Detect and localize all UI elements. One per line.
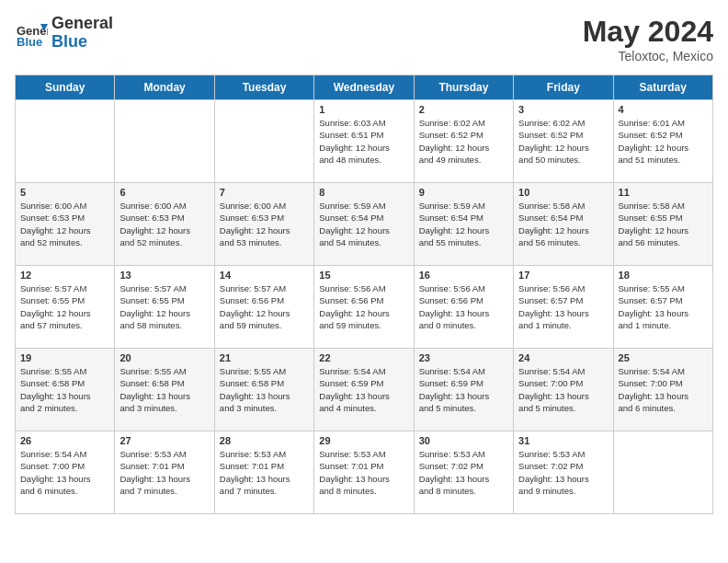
day-detail: Sunrise: 5:56 AM Sunset: 6:56 PM Dayligh… [319, 282, 408, 331]
day-detail: Sunrise: 5:58 AM Sunset: 6:54 PM Dayligh… [518, 200, 608, 248]
title-block: May 2024 Teloxtoc, Mexico [583, 15, 713, 63]
day-number: 13 [119, 270, 209, 281]
day-detail: Sunrise: 5:54 AM Sunset: 7:00 PM Dayligh… [619, 365, 708, 414]
calendar-cell: 30Sunrise: 5:53 AM Sunset: 7:02 PM Dayli… [414, 431, 513, 514]
day-number: 24 [518, 352, 608, 363]
calendar-cell: 11Sunrise: 5:58 AM Sunset: 6:55 PM Dayli… [613, 183, 712, 266]
calendar-header-row: SundayMondayTuesdayWednesdayThursdayFrid… [16, 75, 713, 100]
day-number: 18 [619, 270, 708, 281]
calendar-cell: 31Sunrise: 5:53 AM Sunset: 7:02 PM Dayli… [514, 431, 613, 514]
day-number: 30 [419, 435, 508, 446]
day-detail: Sunrise: 6:03 AM Sunset: 6:51 PM Dayligh… [319, 117, 408, 166]
day-detail: Sunrise: 6:00 AM Sunset: 6:53 PM Dayligh… [20, 200, 109, 248]
calendar-cell [16, 100, 115, 183]
day-number: 10 [518, 187, 608, 198]
calendar-cell: 19Sunrise: 5:55 AM Sunset: 6:58 PM Dayli… [16, 349, 115, 431]
day-detail: Sunrise: 6:02 AM Sunset: 6:52 PM Dayligh… [518, 117, 608, 166]
calendar-cell: 10Sunrise: 5:58 AM Sunset: 6:54 PM Dayli… [514, 183, 613, 266]
day-detail: Sunrise: 5:53 AM Sunset: 7:02 PM Dayligh… [419, 448, 508, 497]
day-header-thursday: Thursday [414, 75, 513, 100]
day-detail: Sunrise: 5:54 AM Sunset: 6:59 PM Dayligh… [319, 365, 408, 414]
day-number: 4 [619, 104, 708, 115]
calendar-cell: 26Sunrise: 5:54 AM Sunset: 7:00 PM Dayli… [16, 431, 115, 514]
day-detail: Sunrise: 5:57 AM Sunset: 6:56 PM Dayligh… [220, 282, 309, 331]
day-number: 28 [220, 435, 309, 446]
day-number: 16 [419, 270, 508, 281]
day-header-friday: Friday [514, 75, 613, 100]
logo: General Blue General Blue [15, 15, 113, 52]
calendar-table: SundayMondayTuesdayWednesdayThursdayFrid… [15, 75, 713, 514]
day-detail: Sunrise: 5:54 AM Sunset: 6:59 PM Dayligh… [419, 365, 508, 414]
day-detail: Sunrise: 5:58 AM Sunset: 6:55 PM Dayligh… [619, 200, 708, 248]
day-number: 2 [419, 104, 508, 115]
day-header-sunday: Sunday [16, 75, 115, 100]
day-number: 6 [119, 187, 209, 198]
calendar-cell: 17Sunrise: 5:56 AM Sunset: 6:57 PM Dayli… [514, 266, 613, 349]
calendar-cell: 21Sunrise: 5:55 AM Sunset: 6:58 PM Dayli… [214, 349, 313, 431]
location: Teloxtoc, Mexico [583, 49, 713, 63]
day-number: 17 [518, 270, 608, 281]
day-header-monday: Monday [115, 75, 214, 100]
day-detail: Sunrise: 5:59 AM Sunset: 6:54 PM Dayligh… [419, 200, 508, 248]
day-detail: Sunrise: 5:53 AM Sunset: 7:01 PM Dayligh… [119, 448, 209, 497]
calendar-cell: 29Sunrise: 5:53 AM Sunset: 7:01 PM Dayli… [314, 431, 414, 514]
day-detail: Sunrise: 6:00 AM Sunset: 6:53 PM Dayligh… [119, 200, 209, 248]
day-number: 20 [119, 352, 209, 363]
day-header-tuesday: Tuesday [214, 75, 313, 100]
calendar-cell: 7Sunrise: 6:00 AM Sunset: 6:53 PM Daylig… [214, 183, 313, 266]
calendar-cell: 16Sunrise: 5:56 AM Sunset: 6:56 PM Dayli… [414, 266, 513, 349]
day-detail: Sunrise: 5:57 AM Sunset: 6:55 PM Dayligh… [119, 282, 209, 331]
day-detail: Sunrise: 5:53 AM Sunset: 7:02 PM Dayligh… [518, 448, 608, 497]
day-number: 8 [319, 187, 408, 198]
day-header-wednesday: Wednesday [314, 75, 414, 100]
day-number: 21 [220, 352, 309, 363]
calendar-cell [613, 431, 712, 514]
calendar-cell: 12Sunrise: 5:57 AM Sunset: 6:55 PM Dayli… [16, 266, 115, 349]
calendar-cell: 18Sunrise: 5:55 AM Sunset: 6:57 PM Dayli… [613, 266, 712, 349]
calendar-cell [214, 100, 313, 183]
week-row-3: 12Sunrise: 5:57 AM Sunset: 6:55 PM Dayli… [16, 266, 713, 349]
day-detail: Sunrise: 5:53 AM Sunset: 7:01 PM Dayligh… [319, 448, 408, 497]
day-number: 19 [20, 352, 109, 363]
calendar-cell: 15Sunrise: 5:56 AM Sunset: 6:56 PM Dayli… [314, 266, 414, 349]
calendar-cell: 5Sunrise: 6:00 AM Sunset: 6:53 PM Daylig… [16, 183, 115, 266]
day-number: 12 [20, 270, 109, 281]
day-number: 7 [220, 187, 309, 198]
day-number: 3 [518, 104, 608, 115]
logo-text: General Blue [51, 15, 113, 52]
day-detail: Sunrise: 5:53 AM Sunset: 7:01 PM Dayligh… [220, 448, 309, 497]
day-number: 22 [319, 352, 408, 363]
day-detail: Sunrise: 5:55 AM Sunset: 6:57 PM Dayligh… [619, 282, 708, 331]
day-number: 29 [319, 435, 408, 446]
day-detail: Sunrise: 5:56 AM Sunset: 6:56 PM Dayligh… [419, 282, 508, 331]
day-number: 11 [619, 187, 708, 198]
calendar-cell: 24Sunrise: 5:54 AM Sunset: 7:00 PM Dayli… [514, 349, 613, 431]
day-detail: Sunrise: 5:55 AM Sunset: 6:58 PM Dayligh… [220, 365, 309, 414]
calendar-cell: 3Sunrise: 6:02 AM Sunset: 6:52 PM Daylig… [514, 100, 613, 183]
day-number: 1 [319, 104, 408, 115]
day-detail: Sunrise: 5:55 AM Sunset: 6:58 PM Dayligh… [20, 365, 109, 414]
calendar-cell: 20Sunrise: 5:55 AM Sunset: 6:58 PM Dayli… [115, 349, 214, 431]
calendar-cell: 6Sunrise: 6:00 AM Sunset: 6:53 PM Daylig… [115, 183, 214, 266]
calendar-cell: 8Sunrise: 5:59 AM Sunset: 6:54 PM Daylig… [314, 183, 414, 266]
calendar-cell: 9Sunrise: 5:59 AM Sunset: 6:54 PM Daylig… [414, 183, 513, 266]
calendar-body: 1Sunrise: 6:03 AM Sunset: 6:51 PM Daylig… [16, 100, 713, 514]
day-number: 27 [119, 435, 209, 446]
day-number: 25 [619, 352, 708, 363]
day-detail: Sunrise: 5:56 AM Sunset: 6:57 PM Dayligh… [518, 282, 608, 331]
calendar-cell: 23Sunrise: 5:54 AM Sunset: 6:59 PM Dayli… [414, 349, 513, 431]
calendar-cell: 27Sunrise: 5:53 AM Sunset: 7:01 PM Dayli… [115, 431, 214, 514]
day-number: 15 [319, 270, 408, 281]
day-number: 23 [419, 352, 508, 363]
day-number: 26 [20, 435, 109, 446]
logo-icon: General Blue [15, 17, 48, 50]
day-detail: Sunrise: 5:54 AM Sunset: 7:00 PM Dayligh… [20, 448, 109, 497]
week-row-2: 5Sunrise: 6:00 AM Sunset: 6:53 PM Daylig… [16, 183, 713, 266]
day-detail: Sunrise: 6:02 AM Sunset: 6:52 PM Dayligh… [419, 117, 508, 166]
calendar-cell: 28Sunrise: 5:53 AM Sunset: 7:01 PM Dayli… [214, 431, 313, 514]
day-number: 5 [20, 187, 109, 198]
day-header-saturday: Saturday [613, 75, 712, 100]
calendar-cell: 25Sunrise: 5:54 AM Sunset: 7:00 PM Dayli… [613, 349, 712, 431]
day-detail: Sunrise: 5:54 AM Sunset: 7:00 PM Dayligh… [518, 365, 608, 414]
page-header: General Blue General Blue May 2024 Telox… [15, 15, 713, 63]
